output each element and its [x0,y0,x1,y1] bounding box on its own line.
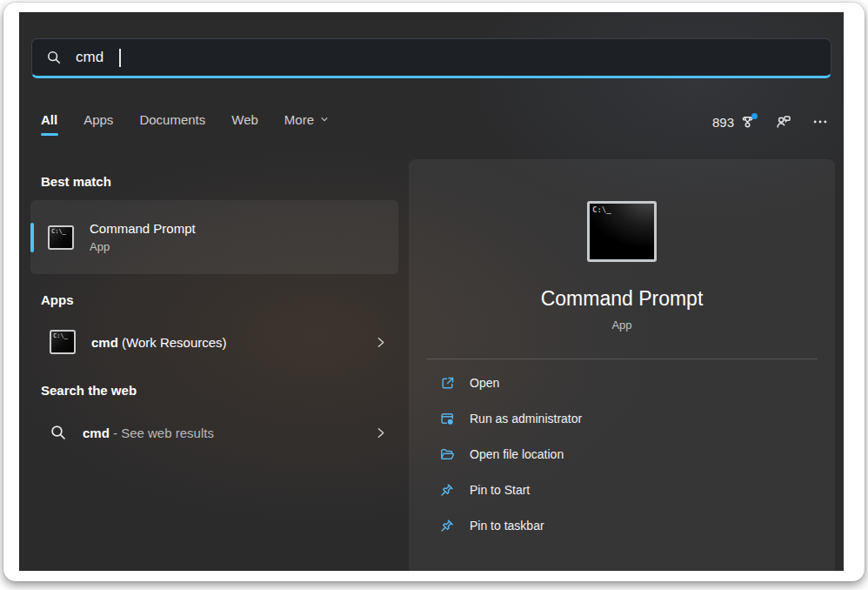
web-result-label: cmd - See web results [83,426,357,440]
tab-more-label: More [284,112,314,127]
search-icon [46,50,62,65]
action-pin-to-start[interactable]: Pin to Start [409,472,835,507]
cmd-prompt-glyph: C:\_ [53,332,68,339]
cmd-prompt-glyph: C:\_ [51,228,66,235]
chevron-down-icon [319,114,330,124]
action-label: Run as administrator [470,412,582,426]
action-open[interactable]: Open [409,365,835,400]
preview-app-title: Command Prompt [541,287,704,311]
best-match-item-command-prompt[interactable]: C:\_ Command Prompt App [30,200,398,274]
results-column: Best match C:\_ Command Prompt App Apps … [30,139,398,571]
pin-icon [439,482,455,498]
best-match-title: Command Prompt [90,221,196,236]
best-match-text: Command Prompt App [90,221,196,253]
text-caret [119,49,121,67]
windows-search-panel: cmd All Apps Documents Web More 893 [19,12,844,571]
action-open-file-location[interactable]: Open file location [409,436,835,472]
filter-tabs: All Apps Documents Web More [41,109,330,136]
preview-divider [426,359,818,359]
folder-open-icon [439,446,455,462]
best-match-subtitle: App [90,240,196,253]
preview-header: C:\_ Command Prompt App [409,159,835,332]
rewards-trophy-icon [740,115,755,130]
open-external-icon [439,375,455,391]
action-run-as-administrator[interactable]: Run as administrator [409,400,835,436]
command-prompt-icon-large: C:\_ [587,201,657,262]
action-label: Open file location [470,447,564,461]
screenshot-frame: cmd All Apps Documents Web More 893 [3,3,865,581]
search-the-web-heading: Search the web [41,383,398,398]
action-label: Open [470,376,499,390]
filter-tab-bar: All Apps Documents Web More 893 [41,104,828,139]
web-result-cmd[interactable]: cmd - See web results [30,410,398,455]
search-results-area: Best match C:\_ Command Prompt App Apps … [30,139,835,571]
rewards-button[interactable]: 893 [712,115,755,130]
apps-heading: Apps [41,292,398,307]
action-label: Pin to Start [470,483,530,497]
preview-pane: C:\_ Command Prompt App Open [409,159,835,571]
more-options-ellipsis-icon[interactable] [812,114,828,130]
action-pin-to-taskbar[interactable]: Pin to taskbar [409,507,835,543]
chevron-right-icon [373,335,388,350]
command-prompt-icon: C:\_ [48,225,74,250]
search-icon [50,424,67,441]
chevron-right-icon [373,426,388,440]
selection-accent-bar [30,223,34,252]
preview-actions: Open Run as administrator [409,365,835,543]
tab-web[interactable]: Web [231,109,258,136]
pin-icon [439,518,455,533]
search-input[interactable]: cmd [31,38,831,78]
app-result-cmd-work-resources[interactable]: C:\_ cmd (Work Resources) [30,319,398,365]
admin-shield-icon [439,411,455,426]
tab-documents[interactable]: Documents [139,109,205,136]
command-prompt-icon: C:\_ [50,330,76,354]
cmd-prompt-glyph: C:\_ [592,205,611,214]
best-match-heading: Best match [41,174,398,189]
notification-dot [751,113,758,119]
tab-all[interactable]: All [41,109,57,136]
tab-apps[interactable]: Apps [83,109,113,136]
app-result-label: cmd (Work Resources) [91,335,357,350]
tab-more[interactable]: More [284,109,330,136]
rewards-points: 893 [712,115,734,130]
preview-app-type: App [611,318,631,332]
feedback-person-icon[interactable] [776,114,791,130]
search-value: cmd [76,49,103,66]
topbar-right: 893 [712,114,828,130]
action-label: Pin to taskbar [470,519,544,533]
